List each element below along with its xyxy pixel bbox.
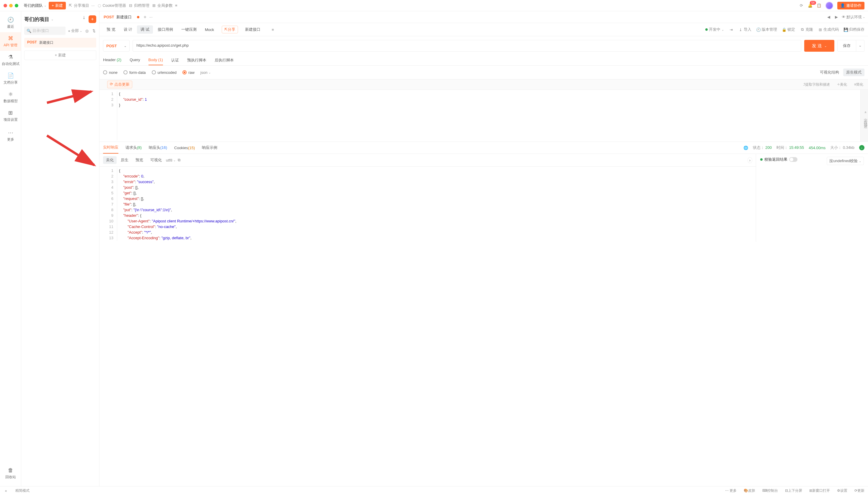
- radio-raw[interactable]: raw: [183, 70, 194, 75]
- encoding-selector[interactable]: utf8 ⌄: [166, 158, 176, 163]
- method-selector[interactable]: POST ⌄: [103, 40, 129, 52]
- tab-debug[interactable]: 调 试: [137, 25, 153, 34]
- tab-usecase[interactable]: 接口用例: [154, 25, 176, 34]
- sb-more[interactable]: ⋯ 更多: [725, 488, 736, 493]
- code-content[interactable]: { "course_id": 1 }: [117, 91, 147, 140]
- response-code-editor[interactable]: 12345678910111213 { "errcode": 0, "errst…: [100, 167, 756, 242]
- save-dropdown[interactable]: ⌄: [856, 40, 864, 51]
- indent-icon[interactable]: ⇥: [729, 28, 733, 32]
- visual-structure-toggle[interactable]: 可视化结构: [817, 69, 842, 76]
- chevron-right-icon[interactable]: ›: [748, 157, 752, 163]
- tab-active[interactable]: POST 新建接口: [102, 13, 141, 21]
- raw-type-selector[interactable]: json ⌄: [201, 70, 211, 75]
- share-project-button[interactable]: ⇱ 分享项目: [68, 3, 89, 8]
- sb-newwin[interactable]: ⊞新窗口打开: [809, 488, 830, 493]
- sb-settings[interactable]: ⚙设置: [837, 488, 847, 493]
- clipboard-icon[interactable]: 📋: [817, 3, 821, 8]
- gencode-button[interactable]: ⊞生成代码: [818, 27, 839, 32]
- sb-console[interactable]: ⌨控制台: [762, 488, 778, 493]
- resp-visual-tab[interactable]: 可视化: [147, 156, 165, 164]
- search-input[interactable]: 🔍 目录/接口: [24, 27, 66, 35]
- clone-button[interactable]: ⧉克隆: [800, 27, 813, 32]
- refresh-button[interactable]: ⟳点击更新: [107, 81, 132, 88]
- share-button[interactable]: ⇱分享: [222, 26, 238, 33]
- request-body-editor[interactable]: 123 { "course_id": 1 } « 字 段 描 述: [100, 90, 868, 141]
- sb-split[interactable]: ⊟上下分屏: [785, 488, 802, 493]
- resptab-cookies[interactable]: Cookies(15): [174, 143, 195, 153]
- reqtab-prescript[interactable]: 预执行脚本: [187, 55, 206, 65]
- maximize-icon[interactable]: [15, 4, 18, 7]
- list-icon[interactable]: ≡: [175, 3, 177, 8]
- nav-prev-icon[interactable]: ◀: [827, 15, 831, 19]
- filter-all[interactable]: ● 全部 ⌄: [68, 28, 82, 33]
- url-input[interactable]: https://echo.apipost.cn/get.php: [133, 40, 801, 52]
- tab-add-button[interactable]: +: [143, 15, 146, 20]
- simplify-button[interactable]: ≡简化: [854, 82, 863, 87]
- resptab-reqheaders[interactable]: 请求头(8): [125, 142, 142, 153]
- nav-next-icon[interactable]: ▶: [834, 15, 839, 19]
- sb-update[interactable]: ⟳更新: [854, 488, 865, 493]
- sync-icon[interactable]: ⟳: [799, 3, 804, 8]
- notifications-button[interactable]: 🔔 54: [808, 3, 813, 8]
- version-button[interactable]: 🕘版本管理: [756, 27, 777, 32]
- validate-schema-selector[interactable]: 按undefined校验 ⌄: [827, 157, 864, 165]
- sidebar-new-button[interactable]: + 新建: [24, 51, 96, 60]
- tab-more[interactable]: ···: [150, 15, 153, 19]
- window-controls[interactable]: [3, 4, 18, 7]
- export-icon[interactable]: ⤓: [82, 15, 86, 23]
- download-icon[interactable]: ↓: [859, 145, 865, 150]
- save-button[interactable]: 保存: [838, 40, 856, 51]
- reqtab-body[interactable]: Body (1): [149, 55, 163, 65]
- tab-mock[interactable]: Mock: [201, 26, 218, 33]
- status-selector[interactable]: 开发中 ⌄: [705, 27, 724, 32]
- raw-mode-toggle[interactable]: 原生模式: [843, 69, 865, 76]
- minimize-icon[interactable]: [9, 4, 13, 7]
- add-api-button[interactable]: +: [89, 15, 96, 23]
- rail-recent[interactable]: 🕘 最近: [0, 14, 21, 32]
- tab-stress[interactable]: 一键压测: [178, 25, 200, 34]
- tab-design[interactable]: 设 计: [120, 25, 136, 34]
- collapse-icon[interactable]: «: [3, 489, 8, 493]
- copy-icon[interactable]: ⧉: [177, 158, 181, 163]
- resp-raw-tab[interactable]: 原生: [118, 156, 132, 164]
- invite-button[interactable]: 👤 邀请协作: [837, 2, 865, 10]
- radio-none[interactable]: none: [103, 70, 118, 75]
- env-selector[interactable]: 👁 默认环境 ⌄: [842, 15, 865, 20]
- target-icon[interactable]: ◎: [84, 29, 89, 33]
- field-desc-panel[interactable]: « 字 段 描 述: [860, 90, 868, 141]
- rail-models[interactable]: ⚛ 数据模型: [0, 88, 21, 107]
- edit-icon[interactable]: ≡: [271, 28, 275, 32]
- global-params-link[interactable]: ⊞ 全局参数: [152, 3, 173, 8]
- send-button[interactable]: 发 送 ⌄: [804, 40, 834, 52]
- resptab-respheaders[interactable]: 响应头(16): [149, 142, 167, 153]
- lock-button[interactable]: 🔒锁定: [782, 27, 795, 32]
- rail-settings[interactable]: ⊞ 项目设置: [0, 107, 21, 125]
- resp-preview-tab[interactable]: 预览: [133, 156, 146, 164]
- extract-fields-button[interactable]: ⤴提取字段和描述: [803, 82, 830, 87]
- validate-toggle[interactable]: [789, 157, 797, 162]
- chevron-down-icon[interactable]: ⌄: [51, 18, 53, 21]
- rail-docs[interactable]: 📄 文档分享: [0, 69, 21, 88]
- archive-manager-link[interactable]: ⊟ 归档管理: [128, 3, 150, 8]
- layout-mode[interactable]: 精简模式: [15, 488, 30, 493]
- rail-api-management[interactable]: ⌘ API 管理: [0, 32, 21, 51]
- rail-autotest[interactable]: ⚗ 自动化测试: [0, 51, 21, 69]
- sb-skin[interactable]: 🎨皮肤: [744, 488, 755, 493]
- sort-icon[interactable]: ⇅: [91, 29, 96, 33]
- tab-preview[interactable]: 预 览: [103, 25, 119, 34]
- beautify-button[interactable]: ✧美化: [837, 82, 847, 87]
- import-button[interactable]: ⤓导入: [738, 27, 751, 32]
- radio-formdata[interactable]: form-data: [123, 70, 146, 75]
- reqtab-postscript[interactable]: 后执行脚本: [215, 55, 234, 65]
- new-button[interactable]: + 新建: [49, 2, 66, 10]
- resp-beautify-tab[interactable]: 美化: [103, 156, 117, 164]
- team-selector[interactable]: 哥们的团队 ⌄: [23, 3, 46, 8]
- resptab-live[interactable]: 实时响应: [103, 142, 118, 154]
- more-menu[interactable]: ···: [91, 3, 95, 8]
- close-icon[interactable]: [3, 4, 7, 7]
- rail-more[interactable]: ⋯ 更多: [0, 126, 21, 145]
- reqtab-query[interactable]: Query: [129, 55, 140, 65]
- radio-urlencoded[interactable]: urlencoded: [152, 70, 176, 75]
- api-tree-item[interactable]: POST 新建接口: [24, 38, 96, 48]
- archive-save-button[interactable]: 💾归档保存: [844, 27, 865, 32]
